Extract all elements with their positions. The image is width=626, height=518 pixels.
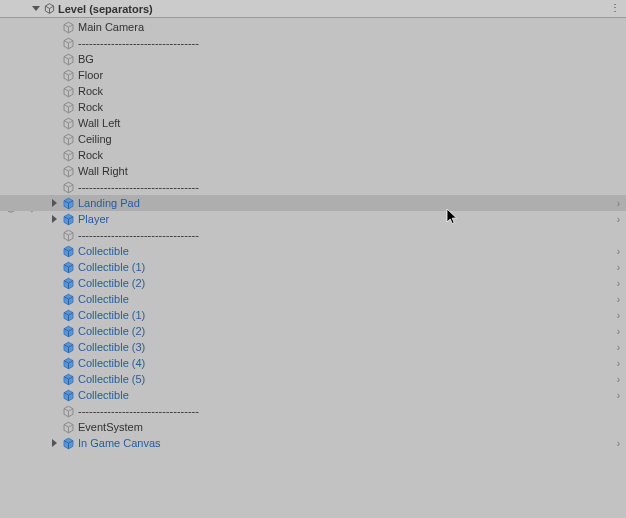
foldout-icon <box>32 6 40 11</box>
hierarchy-row[interactable]: Collectible (3)› <box>0 339 626 355</box>
hierarchy-row[interactable]: Floor <box>0 67 626 83</box>
row-label: Collectible (2) <box>78 325 145 337</box>
gameobject-cube-icon <box>62 133 75 146</box>
hierarchy-row[interactable]: Wall Left <box>0 115 626 131</box>
prefab-cube-icon <box>62 245 75 258</box>
gameobject-cube-icon <box>62 69 75 82</box>
hierarchy-row[interactable]: Collectible (1)› <box>0 259 626 275</box>
prefab-cube-icon <box>62 437 75 450</box>
open-prefab-icon[interactable]: › <box>617 294 620 305</box>
row-label: Rock <box>78 101 103 113</box>
unity-scene-icon <box>44 3 55 14</box>
hierarchy-panel: Level (separators) ⋮ Main Camera -------… <box>0 0 626 518</box>
open-prefab-icon[interactable]: › <box>617 278 620 289</box>
scene-header[interactable]: Level (separators) ⋮ <box>0 0 626 18</box>
hierarchy-row[interactable]: Player› <box>0 211 626 227</box>
open-prefab-icon[interactable]: › <box>617 358 620 369</box>
hierarchy-row[interactable]: --------------------------------- <box>0 35 626 51</box>
row-label: Collectible (2) <box>78 277 145 289</box>
hierarchy-row[interactable]: Collectible (2)› <box>0 275 626 291</box>
hierarchy-row[interactable]: Collectible (2)› <box>0 323 626 339</box>
row-label: Collectible (3) <box>78 341 145 353</box>
gameobject-cube-icon <box>62 117 75 130</box>
hierarchy-tree: Main Camera ----------------------------… <box>0 18 626 451</box>
row-label: Ceiling <box>78 133 112 145</box>
row-label: Wall Right <box>78 165 128 177</box>
hierarchy-row[interactable]: Rock <box>0 147 626 163</box>
row-label: Collectible (4) <box>78 357 145 369</box>
row-label: Collectible <box>78 293 129 305</box>
prefab-cube-icon <box>62 341 75 354</box>
row-label: Main Camera <box>78 21 144 33</box>
prefab-cube-icon <box>62 197 75 210</box>
gameobject-cube-icon <box>62 149 75 162</box>
open-prefab-icon[interactable]: › <box>617 310 620 321</box>
open-prefab-icon[interactable]: › <box>617 262 620 273</box>
row-label: In Game Canvas <box>78 437 161 449</box>
row-label: Collectible (1) <box>78 309 145 321</box>
prefab-cube-icon <box>62 389 75 402</box>
hierarchy-row[interactable]: Landing Pad› <box>0 195 626 211</box>
hierarchy-row[interactable]: Collectible (5)› <box>0 371 626 387</box>
hierarchy-row[interactable]: Collectible (4)› <box>0 355 626 371</box>
open-prefab-icon[interactable]: › <box>617 438 620 449</box>
row-label: Collectible (1) <box>78 261 145 273</box>
hierarchy-row[interactable]: Collectible› <box>0 243 626 259</box>
hierarchy-row[interactable]: EventSystem <box>0 419 626 435</box>
gameobject-cube-icon <box>62 229 75 242</box>
prefab-cube-icon <box>62 261 75 274</box>
prefab-cube-icon <box>62 309 75 322</box>
hierarchy-row[interactable]: Collectible› <box>0 291 626 307</box>
gameobject-cube-icon <box>62 421 75 434</box>
hierarchy-row[interactable]: Wall Right <box>0 163 626 179</box>
row-label: Landing Pad <box>78 197 140 209</box>
prefab-cube-icon <box>62 357 75 370</box>
gameobject-cube-icon <box>62 53 75 66</box>
prefab-cube-icon <box>62 325 75 338</box>
row-label: Rock <box>78 149 103 161</box>
open-prefab-icon[interactable]: › <box>617 342 620 353</box>
hierarchy-row[interactable]: Rock <box>0 99 626 115</box>
expand-arrow-icon[interactable] <box>52 439 57 447</box>
row-label: Player <box>78 213 109 225</box>
row-label: Collectible <box>78 245 129 257</box>
gameobject-cube-icon <box>62 165 75 178</box>
row-label: Collectible <box>78 389 129 401</box>
row-label: Collectible (5) <box>78 373 145 385</box>
expand-arrow-icon[interactable] <box>52 199 57 207</box>
row-label: BG <box>78 53 94 65</box>
hierarchy-row[interactable]: Collectible› <box>0 387 626 403</box>
gameobject-cube-icon <box>62 85 75 98</box>
open-prefab-icon[interactable]: › <box>617 198 620 209</box>
prefab-cube-icon <box>62 213 75 226</box>
gameobject-cube-icon <box>62 405 75 418</box>
prefab-cube-icon <box>62 277 75 290</box>
open-prefab-icon[interactable]: › <box>617 246 620 257</box>
gameobject-cube-icon <box>62 101 75 114</box>
row-label: Rock <box>78 85 103 97</box>
row-label: Wall Left <box>78 117 120 129</box>
row-label: --------------------------------- <box>78 181 199 193</box>
gameobject-cube-icon <box>62 21 75 34</box>
row-label: --------------------------------- <box>78 37 199 49</box>
hierarchy-row[interactable]: Ceiling <box>0 131 626 147</box>
hierarchy-row[interactable]: --------------------------------- <box>0 403 626 419</box>
open-prefab-icon[interactable]: › <box>617 374 620 385</box>
hierarchy-row[interactable]: In Game Canvas› <box>0 435 626 451</box>
expand-arrow-icon[interactable] <box>52 215 57 223</box>
open-prefab-icon[interactable]: › <box>617 214 620 225</box>
hierarchy-row[interactable]: Collectible (1)› <box>0 307 626 323</box>
gameobject-cube-icon <box>62 37 75 50</box>
hierarchy-row[interactable]: BG <box>0 51 626 67</box>
kebab-menu-icon[interactable]: ⋮ <box>610 2 620 13</box>
prefab-cube-icon <box>62 293 75 306</box>
row-label: --------------------------------- <box>78 229 199 241</box>
hierarchy-row[interactable]: Rock <box>0 83 626 99</box>
scene-title: Level (separators) <box>58 3 153 15</box>
hierarchy-row[interactable]: --------------------------------- <box>0 179 626 195</box>
hierarchy-row[interactable]: Main Camera <box>0 19 626 35</box>
gameobject-cube-icon <box>62 181 75 194</box>
hierarchy-row[interactable]: --------------------------------- <box>0 227 626 243</box>
open-prefab-icon[interactable]: › <box>617 326 620 337</box>
open-prefab-icon[interactable]: › <box>617 390 620 401</box>
